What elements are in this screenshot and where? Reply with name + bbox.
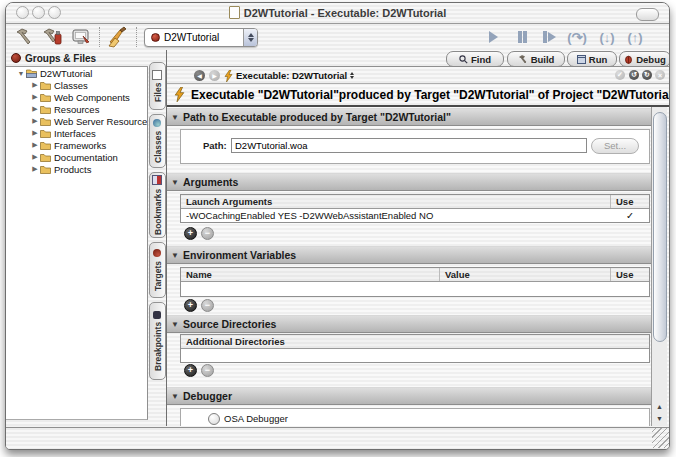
tab-find[interactable]: Find [446,51,504,67]
disclosure-open-icon[interactable]: ▼ [167,251,183,260]
step-into-button[interactable]: (↓) [594,27,620,47]
disclosure-open-icon[interactable]: ▼ [167,392,183,401]
launch-argument-value[interactable]: -WOCachingEnabled YES -D2WWebAssistantEn… [181,209,611,222]
osa-debugger-radio[interactable] [208,413,220,425]
toolbar-toggle-button[interactable] [636,8,659,21]
tree-item[interactable]: ▶ Products [6,163,147,175]
step-over-button[interactable]: (↷) [564,27,590,47]
tab-breakpoints-label: Breakpoints [153,322,163,371]
active-target-label: D2WTutorial [164,32,219,43]
path-input[interactable] [231,138,587,153]
tree-item[interactable]: ▶ Interfaces [6,127,147,139]
step-out-button[interactable]: (↑) [622,27,648,47]
add-directory-button[interactable]: + [184,364,197,377]
tab-classes[interactable]: Classes [149,114,166,168]
tree-item-label: Web Components [54,92,130,103]
history-popup[interactable]: Executable: D2WTutorial [224,69,354,82]
back-button[interactable]: ◀ [194,70,205,81]
remove-directory-button[interactable]: − [201,364,214,377]
column-value: Value [439,268,610,281]
build-and-run-button[interactable] [42,26,66,48]
disclosure-closed-icon[interactable]: ▶ [30,105,40,113]
add-variable-button[interactable]: + [184,299,197,312]
executable-bolt-icon [174,87,185,102]
disclosure-closed-icon[interactable]: ▶ [30,129,40,137]
tree-item[interactable]: ▶ Documentation [6,151,147,163]
executable-bolt-icon [224,70,233,82]
debugger-section-header[interactable]: ▼ Debugger [167,387,652,405]
environment-header-row[interactable]: Name Value Use [181,268,649,282]
scroll-down-button[interactable]: ▼ [654,413,665,424]
scrollbar-thumb[interactable] [653,112,667,342]
source-section-header[interactable]: ▼ Source Directories [167,315,652,333]
sidebar: Groups & Files ▼ D2WTutorial ▶ Classes ▶… [6,50,148,426]
disclosure-closed-icon[interactable]: ▶ [30,81,40,89]
source-header-row[interactable]: Additional Directories [181,335,649,349]
tree-item[interactable]: ▶ Frameworks [6,139,147,151]
disclosure-closed-icon[interactable]: ▶ [30,165,40,173]
arguments-section-header[interactable]: ▼ Arguments [167,173,652,191]
disclosure-closed-icon[interactable]: ▶ [30,153,40,161]
tree-item[interactable]: ▶ Resources [6,103,147,115]
tree-item-label: Interfaces [54,128,96,139]
active-target-popup[interactable]: D2WTutorial [144,28,258,47]
remove-variable-button[interactable]: − [201,299,214,312]
rotate-left-circle-button[interactable]: ↺ [629,70,639,80]
class-icon [154,119,162,127]
column-name: Name [181,268,439,281]
groups-files-header[interactable]: Groups & Files [6,50,148,67]
disclosure-closed-icon[interactable]: ▶ [30,117,40,125]
checkmark-circle-button[interactable]: ✓ [615,70,625,80]
path-section-header[interactable]: ▼ Path to Executable produced by Target … [167,108,652,126]
tab-run[interactable]: Run [567,51,617,67]
tree-root-row[interactable]: ▼ D2WTutorial [6,67,147,79]
forward-button[interactable]: ▶ [209,70,220,81]
set-path-button[interactable]: Set... [591,138,639,154]
tab-breakpoints[interactable]: Breakpoints [149,302,166,380]
tree-item[interactable]: ▶ Classes [6,79,147,91]
disclosure-open-icon[interactable]: ▼ [167,320,183,329]
environment-empty-row[interactable] [181,282,649,296]
column-use: Use [610,195,649,208]
popup-arrows-icon [350,72,354,79]
scroll-up-button[interactable]: ▲ [654,401,665,412]
remove-argument-button[interactable]: − [201,227,214,240]
vertical-scrollbar[interactable]: ▲ ▼ [651,107,667,426]
tab-debug[interactable]: Debug [619,51,670,67]
clean-button[interactable] [106,26,130,48]
tree-item[interactable]: ▶ Web Server Resources [6,115,147,127]
folder-icon [40,93,51,102]
tree-item-label: Products [54,164,92,175]
launch-arguments-header-row[interactable]: Launch Arguments Use [181,195,649,209]
disclosure-open-icon[interactable]: ▼ [16,70,26,77]
close-circle-button[interactable]: × [655,70,665,80]
rotate-right-circle-button[interactable]: ↻ [642,70,652,80]
clean-target-button[interactable] [70,26,94,48]
source-empty-row[interactable] [181,349,649,362]
step-button[interactable] [536,27,562,47]
build-button[interactable] [14,26,38,48]
tab-files[interactable]: Files [149,62,166,110]
source-directories-table: Additional Directories [180,334,650,363]
tab-targets[interactable]: Targets [149,242,166,298]
tab-build[interactable]: Build [507,51,565,67]
resize-grip[interactable] [652,428,669,448]
environment-section-header[interactable]: ▼ Environment Variables [167,246,652,264]
tree-item[interactable]: ▶ Web Components [6,91,147,103]
run-button[interactable] [480,27,506,47]
disclosure-closed-icon[interactable]: ▶ [30,93,40,101]
pause-button[interactable] [509,27,535,47]
tab-bookmarks[interactable]: Bookmarks [149,172,166,238]
launch-argument-row[interactable]: -WOCachingEnabled YES -D2WWebAssistantEn… [181,209,649,222]
tree-root-label: D2WTutorial [40,68,92,79]
undo-icon: ↺ [631,71,637,79]
add-argument-button[interactable]: + [184,227,197,240]
environment-section-title: Environment Variables [183,249,296,261]
project-icon [26,68,37,78]
use-checkmark[interactable]: ✓ [611,209,649,222]
column-launch-arguments: Launch Arguments [181,195,610,208]
folder-icon [40,153,51,162]
disclosure-open-icon[interactable]: ▼ [167,113,183,122]
disclosure-closed-icon[interactable]: ▶ [30,141,40,149]
disclosure-open-icon[interactable]: ▼ [167,178,183,187]
